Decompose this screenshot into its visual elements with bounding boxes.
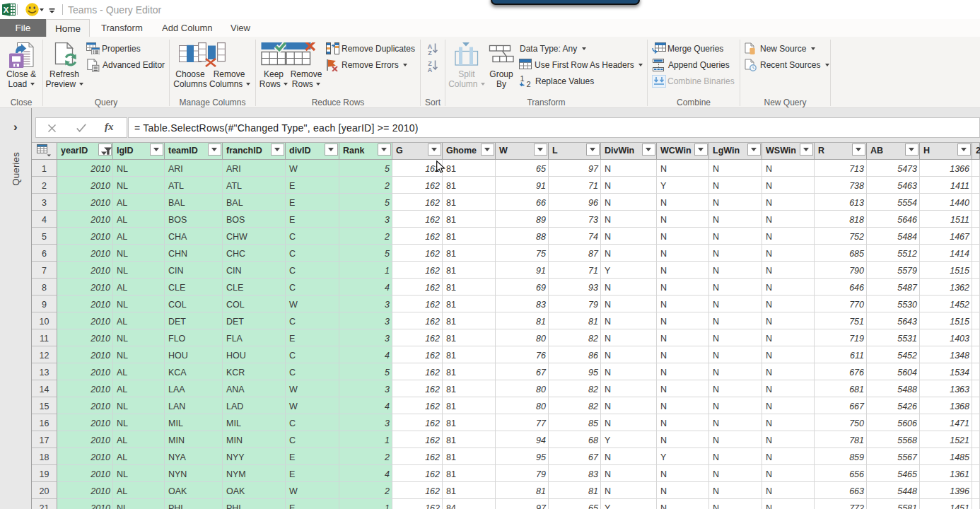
svg-text:Z: Z [428,60,432,67]
svg-text:A: A [428,66,433,73]
svg-text:2: 2 [526,80,530,88]
svg-text:1: 1 [520,75,524,83]
svg-text:X: X [4,6,9,14]
svg-text:A: A [428,43,433,50]
svg-text:Z: Z [428,49,432,56]
